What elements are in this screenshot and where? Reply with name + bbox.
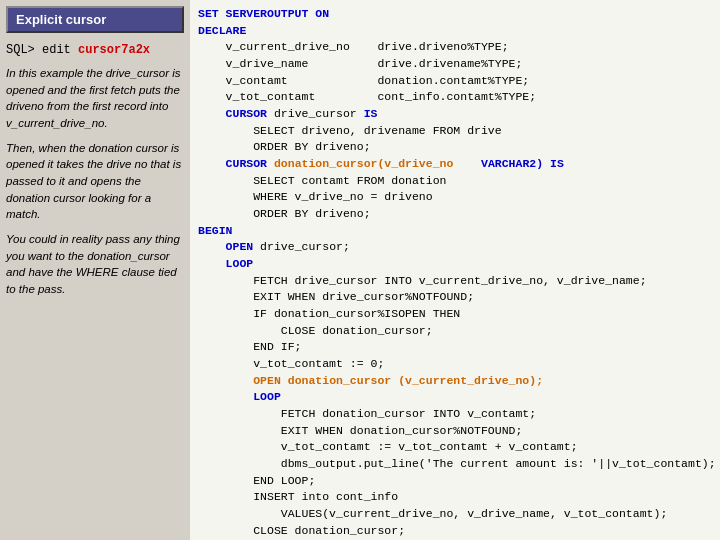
desc-para-2: Then, when the donation cursor is opened…	[6, 140, 184, 223]
desc-para-3: You could in reality pass any thing you …	[6, 231, 184, 298]
right-panel: SET SERVEROUTPUT ON DECLARE v_current_dr…	[190, 0, 720, 540]
title-box: Explicit cursor	[6, 6, 184, 33]
left-panel: Explicit cursor SQL> edit cursor7a2x In …	[0, 0, 190, 540]
desc-para-1: In this example the drive_cursor is open…	[6, 65, 184, 132]
description-box: In this example the drive_cursor is open…	[6, 65, 184, 306]
sql-label: SQL> edit cursor7a2x	[6, 43, 184, 57]
cursor-highlight: cursor7a2x	[78, 43, 150, 57]
code-block: SET SERVEROUTPUT ON DECLARE v_current_dr…	[198, 6, 712, 540]
